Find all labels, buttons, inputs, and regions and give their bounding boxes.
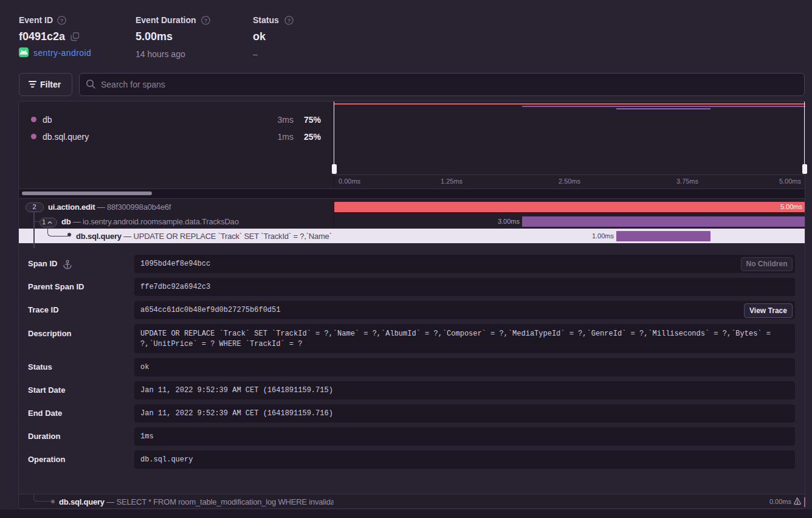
svg-text:?: ?: [60, 18, 64, 24]
svg-text:?: ?: [204, 18, 208, 24]
svg-text:?: ?: [287, 18, 291, 24]
